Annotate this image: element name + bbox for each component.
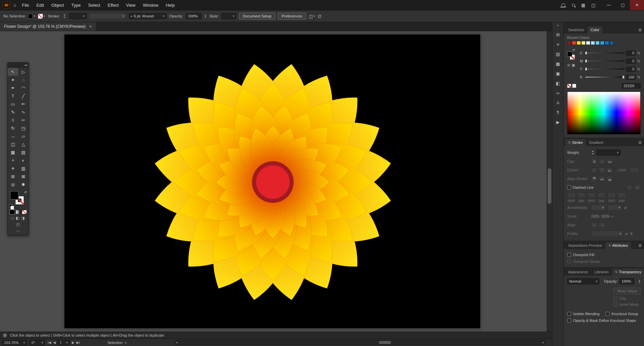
dashed-line-checkbox[interactable] <box>567 185 571 189</box>
draw-inside-icon[interactable]: ◨ <box>21 216 24 220</box>
type-tool[interactable]: T <box>8 92 18 100</box>
expand-panels-button[interactable]: « <box>557 23 559 27</box>
menu-view[interactable]: View <box>122 0 139 10</box>
tab-appearance[interactable]: Appearance <box>565 269 591 276</box>
menu-window[interactable]: Window <box>139 0 162 10</box>
close-button[interactable]: ✕ <box>630 0 644 10</box>
menu-object[interactable]: Object <box>48 0 68 10</box>
recent-color-swatch[interactable] <box>567 41 572 45</box>
character-panel-icon[interactable]: A <box>554 99 562 107</box>
artboard-tool[interactable]: ⊞ <box>8 172 18 180</box>
channel-slider[interactable] <box>585 68 625 70</box>
zoom-select[interactable]: 103.76%▾ <box>2 340 27 345</box>
opacity-field[interactable]: 100% <box>186 13 201 19</box>
recent-color-swatch[interactable] <box>572 41 576 45</box>
tab-stroke[interactable]: ⇅Stroke <box>565 139 586 146</box>
artboard[interactable] <box>64 35 480 328</box>
rectangle-tool[interactable]: ▭ <box>8 100 18 108</box>
weight-stepper[interactable]: ▲▼ <box>591 150 595 155</box>
arrange-documents-button[interactable]: ▦ <box>578 0 588 10</box>
notifications-button[interactable] <box>558 0 568 10</box>
edit-toolbar-button[interactable]: ⋯ <box>8 228 29 235</box>
draw-normal-icon[interactable]: □ <box>11 216 14 220</box>
recent-color-swatch[interactable] <box>609 41 614 45</box>
tab-separations-preview[interactable]: Separations Preview <box>565 242 605 249</box>
status-indicator[interactable]: Selection <box>107 341 122 345</box>
slice-tool[interactable]: ⊠ <box>18 172 29 180</box>
default-fill-stroke-icon[interactable] <box>9 205 12 208</box>
minimize-button[interactable]: — <box>602 0 616 10</box>
panel-menu-icon[interactable]: ≣ <box>637 243 643 249</box>
slider-knob[interactable] <box>585 67 587 71</box>
channel-value-field[interactable]: 0 <box>626 67 636 72</box>
appearance-panel-icon[interactable]: ▩ <box>554 60 562 68</box>
fill-stroke-indicator[interactable]: ⇄ <box>8 190 29 209</box>
shaper-tool[interactable]: ∿ <box>18 108 29 116</box>
stroke-weight-stepper[interactable]: ▲▼ <box>63 13 66 19</box>
stroke-weight-select[interactable]: ▾ <box>69 13 87 19</box>
home-icon[interactable]: ⌂ <box>13 2 16 8</box>
close-tab-icon[interactable]: ✕ <box>89 24 92 29</box>
gradient-mode-button[interactable] <box>16 210 21 214</box>
overprint-fill-checkbox[interactable] <box>567 253 571 257</box>
tab-color[interactable]: Color <box>588 26 602 34</box>
pen-tool[interactable]: ✒ <box>8 84 18 92</box>
tab-attributes[interactable]: ⇅Attributes <box>605 242 631 249</box>
artboard-number-select[interactable]: 1▾ <box>58 340 70 345</box>
scale-tool[interactable]: ◳ <box>18 124 29 132</box>
tab-libraries[interactable]: Libraries <box>591 269 611 276</box>
channel-value-field[interactable]: 0 <box>626 51 636 56</box>
menu-file[interactable]: File <box>18 0 33 10</box>
eyedropper-tool[interactable]: ✧ <box>8 156 18 164</box>
zoom-tool[interactable]: ◎ <box>8 180 18 188</box>
scroll-right-icon[interactable]: ▸ <box>542 341 544 344</box>
status-flyout-icon[interactable]: ▸ <box>125 341 127 344</box>
color-mode-button[interactable] <box>10 210 15 214</box>
none-swatch-icon[interactable] <box>567 84 571 88</box>
color-spectrum[interactable] <box>567 92 641 134</box>
last-artboard-button[interactable]: ▶| <box>77 341 80 344</box>
column-graph-tool[interactable]: ▥ <box>18 164 29 172</box>
swap-fill-stroke-icon[interactable]: ⇄ <box>573 48 575 52</box>
opacity-flyout-icon[interactable]: ❯ <box>204 14 207 18</box>
previous-artboard-button[interactable]: ◀ <box>53 341 56 344</box>
menu-type[interactable]: Type <box>67 0 84 10</box>
websafe-icon[interactable]: ▣ <box>572 63 575 67</box>
vertical-scrollbar[interactable] <box>547 31 552 332</box>
brush-definition-select[interactable]: • 5 pt. Round ▾ <box>129 13 166 19</box>
perspective-grid-tool[interactable]: △ <box>18 140 29 148</box>
lasso-tool[interactable]: ◌ <box>18 76 29 84</box>
actions-panel-icon[interactable]: ▶ <box>554 118 562 126</box>
recent-color-swatch[interactable] <box>577 41 581 45</box>
workspace-switcher-button[interactable]: ◫ <box>588 0 598 10</box>
menu-edit[interactable]: Edit <box>33 0 47 10</box>
vertical-scrollbar-thumb[interactable] <box>548 168 551 204</box>
knockout-group-checkbox[interactable] <box>605 312 609 316</box>
width-tool[interactable]: ↔ <box>8 132 18 140</box>
next-artboard-button[interactable]: ▶ <box>72 341 75 344</box>
blend-mode-select[interactable]: Normal▾ <box>567 278 599 284</box>
pencil-tool[interactable]: ✎ <box>8 108 18 116</box>
recent-color-swatch[interactable] <box>581 41 586 45</box>
swap-fill-stroke-icon[interactable]: ⇄ <box>24 190 27 194</box>
first-artboard-button[interactable]: |◀ <box>48 341 51 344</box>
artboards-panel-icon[interactable]: ▣ <box>554 69 562 77</box>
layers-panel-icon[interactable]: ◧ <box>554 79 562 87</box>
tab-gradient[interactable]: Gradient <box>586 139 606 146</box>
recent-color-swatch[interactable] <box>605 41 609 45</box>
fill-color-control[interactable]: ▾ <box>28 14 35 19</box>
panel-menu-icon[interactable]: ≣ <box>637 140 643 146</box>
channel-value-field[interactable]: 0 <box>626 59 636 64</box>
transparency-opacity-field[interactable]: 100% <box>620 278 634 284</box>
stroke-color-control[interactable]: ▾ <box>38 14 45 19</box>
align-panel-icon[interactable]: ≡ <box>554 40 562 48</box>
blend-tool[interactable]: ◐ <box>18 156 29 164</box>
search-button[interactable] <box>568 0 578 10</box>
canvas-area[interactable]: ◂◂ ↖▷✦◌✒◠T╱▭✏✎∿◊✂↻◳↔▱◫△▦▤✧◐✳▥⊞⊠◎✱ ⇄ <box>0 31 552 332</box>
document-tab[interactable]: Flower Design* @ 103.76 % (CMYK/Preview)… <box>0 22 96 31</box>
links-panel-icon[interactable]: ∞ <box>554 89 562 97</box>
slider-knob[interactable] <box>622 75 625 79</box>
menu-effect[interactable]: Effect <box>104 0 122 10</box>
none-mode-button[interactable] <box>22 210 27 214</box>
menu-select[interactable]: Select <box>85 0 104 10</box>
